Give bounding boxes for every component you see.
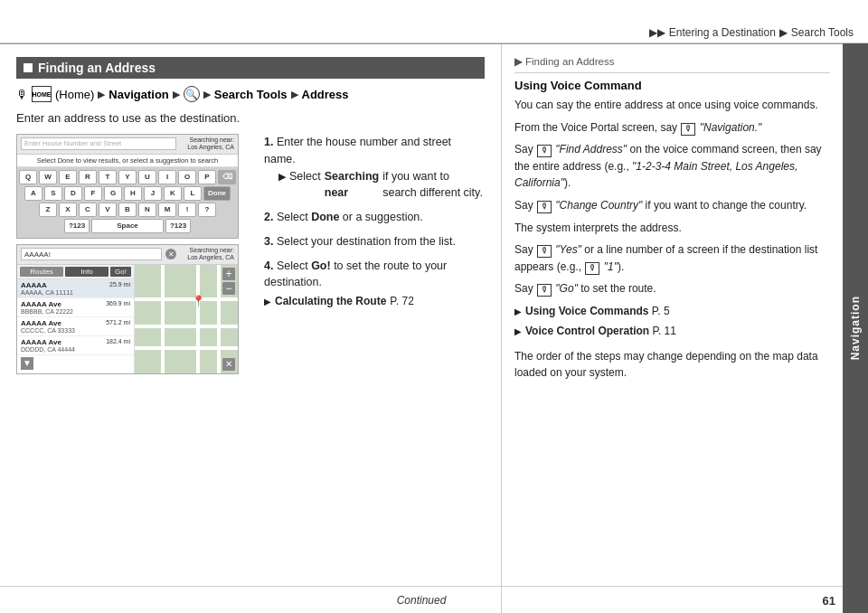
left-column: Finding an Address 🎙 HOME (Home) ▶ Navig… [0,44,502,613]
key-w[interactable]: W [39,170,57,184]
result-addr-3: CCCCC, CA 33333 [21,327,130,334]
section-heading-text: Finding an Address [38,61,156,75]
key-num-left[interactable]: ?123 [64,219,90,233]
breadcrumb-address: Address [302,88,349,101]
key-z[interactable]: Z [39,203,57,217]
key-a[interactable]: A [24,186,42,201]
key-num-right[interactable]: ?123 [165,219,191,233]
key-backspace[interactable]: ⌫ [218,170,236,184]
steps-list: 1. Enter the house number and street nam… [264,134,485,374]
key-p[interactable]: P [198,170,216,184]
key-m[interactable]: M [158,203,176,217]
key-e[interactable]: E [59,170,77,184]
breadcrumb-part1: ▶▶ Entering a Destination [649,26,775,39]
zoom-in-button[interactable]: + [222,268,235,280]
key-x[interactable]: X [59,203,77,217]
voice-icon-4: 🎙 [537,245,552,258]
nav-arrow-1: ▶ [98,89,105,100]
step-4: 4. Select Go! to set the route to your d… [264,258,485,310]
right-link-2-text: Voice Control Operation P. 11 [525,323,676,340]
key-s[interactable]: S [44,186,62,201]
key-y[interactable]: Y [118,170,137,184]
key-o[interactable]: O [178,170,196,184]
scroll-down-arrow[interactable]: ▼ [21,357,33,370]
key-v[interactable]: V [99,203,117,217]
result-addr-4: DDDDD, CA 44444 [21,346,130,353]
page-number: 61 [823,594,835,608]
screen-top-bar: Enter House Number and Street Searching … [17,135,238,155]
key-d[interactable]: D [64,186,82,201]
right-link-1: ▶ Using Voice Commands P. 5 [514,303,830,320]
zoom-out-button[interactable]: − [222,282,235,295]
result-item-3[interactable]: 571.2 mi AAAAA Ave CCCCC, CA 33333 [17,317,134,336]
map-road-h3 [135,346,238,350]
cancel-button[interactable]: ✕ [222,358,235,371]
info-button[interactable]: Info [65,267,108,277]
key-r[interactable]: R [79,170,97,184]
right-column: ▶ Finding an Address Using Voice Command… [502,44,843,613]
right-para-3: Say 🎙 "Find Address" on the voice comman… [514,141,830,192]
subtitle-text: Enter an address to use as the destinati… [16,111,485,125]
voice-icon-2: 🎙 [537,145,552,157]
search-input-mock: Enter House Number and Street [21,137,176,150]
right-link-2: ▶ Voice Control Operation P. 11 [514,323,830,340]
right-body: You can say the entire address at once u… [514,97,830,339]
sub-arrow-icon: ▶ [278,169,286,184]
key-u[interactable]: U [138,170,156,184]
clear-button[interactable]: ✕ [165,249,176,259]
key-b[interactable]: B [118,203,137,217]
right-para-5: The system interprets the address. [514,220,830,237]
right-breadcrumb: ▶ Finding an Address [514,55,830,73]
key-c[interactable]: C [79,203,97,217]
result-item-2[interactable]: 369.9 mi AAAAA Ave BBBBB, CA 22222 [17,298,134,317]
result-item-1[interactable]: 25.9 mi AAAAA AAAAA, CA 11111 [17,279,134,298]
key-q[interactable]: Q [19,170,37,184]
key-i[interactable]: I [158,170,176,184]
nav-arrow-2: ▶ [173,89,180,100]
step-2: 2. Select Done or a suggestion. [264,209,485,226]
home-label: HOME [33,91,52,98]
quote-yes: "Yes" [555,243,581,256]
key-h[interactable]: H [124,186,142,201]
routes-button[interactable]: Routes [20,267,63,277]
step-3: 3. Select your destination from the list… [264,233,485,250]
key-n[interactable]: N [138,203,156,217]
right-para-7: Say 🎙 "Go" to set the route. [514,280,830,297]
section-heading: Finding an Address [16,57,485,79]
key-space[interactable]: Space [91,219,164,233]
quote-change-country: "Change Country" [555,199,642,212]
right-bc-text: Finding an Address [525,56,614,67]
right-link-1-icon: ▶ [514,305,522,319]
key-question[interactable]: ? [198,203,216,217]
map-searching-near: Searching near:Los Angeles, CA [180,247,234,262]
key-g[interactable]: G [104,186,122,201]
key-t[interactable]: T [99,170,117,184]
right-para-4: Say 🎙 "Change Country" if you want to ch… [514,197,830,214]
go-button[interactable]: Go! [110,267,131,277]
result-item-4[interactable]: 182.4 mi AAAAA Ave DDDDD, CA 44444 [17,336,134,355]
step-2-num: 2. [264,211,273,223]
main-content: Finding an Address 🎙 HOME (Home) ▶ Navig… [0,44,843,613]
map-search-box: AAAAA! [21,248,162,260]
map-road-v1 [161,265,165,373]
right-section-title: Using Voice Command [514,79,830,92]
map-body: Routes Info Go! 25.9 mi AAAAA AAAAA, CA … [17,265,238,373]
key-exclaim[interactable]: ! [178,203,196,217]
zoom-controls: + − [222,268,235,295]
home-icon-box: HOME [32,86,52,102]
breadcrumb-search-tools: Search Tools [214,88,288,101]
key-f[interactable]: F [84,186,102,201]
map-road-h1 [135,297,238,301]
select-hint: Select Done to view results, or select a… [17,155,238,167]
key-l[interactable]: L [184,186,202,201]
footer: Continued [0,586,843,613]
quote-find-address: "Find Address" [555,143,627,156]
map-pin: 📍 [192,295,205,307]
key-k[interactable]: K [164,186,182,201]
voice-icon-6: 🎙 [537,284,552,297]
key-row-4: ?123 Space ?123 [19,219,236,233]
quote-one: "1" [604,260,618,273]
key-done[interactable]: Done [203,186,231,201]
key-j[interactable]: J [144,186,162,201]
right-link-1-text: Using Voice Commands P. 5 [525,303,670,320]
